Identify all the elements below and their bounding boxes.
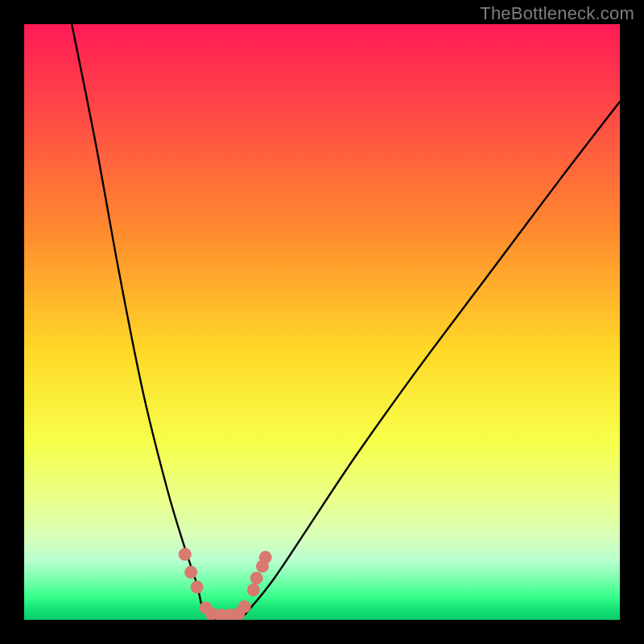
curve-marker [191,580,204,593]
curve-marker [238,601,251,613]
chart-container: TheBottleneck.com [0,0,644,644]
curve-layer [24,24,620,620]
curve-marker [247,584,260,597]
curve-marker [259,551,272,564]
curve-marker [250,572,263,584]
curve-marker [184,566,197,579]
attribution-label: TheBottleneck.com [480,3,634,24]
bottleneck-curve [72,24,620,620]
curve-markers [179,548,272,620]
plot-frame [24,24,620,620]
curve-marker [179,548,192,561]
